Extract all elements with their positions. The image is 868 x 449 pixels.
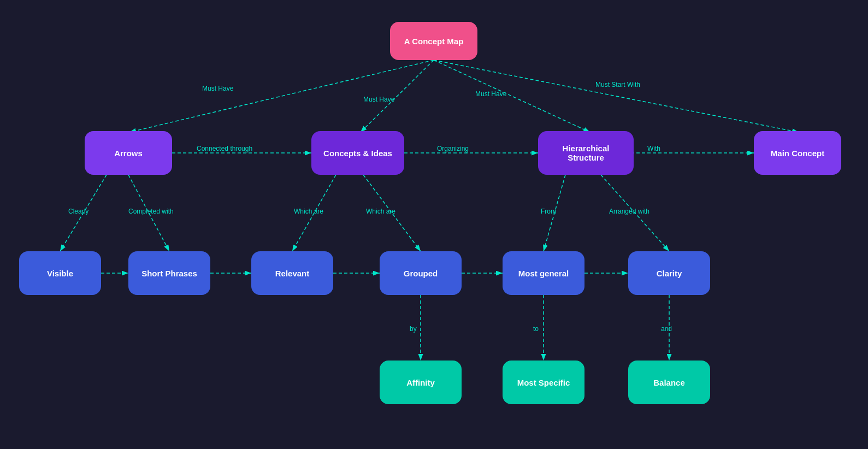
node-clarity[interactable]: Clarity <box>628 251 710 295</box>
node-most-general[interactable]: Most general <box>503 251 584 295</box>
node-arrows[interactable]: Arrows <box>85 131 172 175</box>
label-hierarchical-mostgeneral: From <box>541 208 556 215</box>
edge-root-hierarchical <box>434 60 590 132</box>
node-visible[interactable]: Visible <box>19 251 101 295</box>
concept-map-canvas: Must Have Must Have Must Have Must Start… <box>0 0 868 449</box>
label-concepts-hierarchical: Organizing <box>437 145 469 152</box>
node-main-concept[interactable]: Main Concept <box>754 131 841 175</box>
node-hierarchical[interactable]: Hierarchical Structure <box>538 131 634 175</box>
node-concepts[interactable]: Concepts & Ideas <box>311 131 404 175</box>
node-balance[interactable]: Balance <box>628 361 710 404</box>
label-arrows-short: Completed with <box>128 208 174 215</box>
node-relevant[interactable]: Relevant <box>251 251 333 295</box>
label-arrows-visible: Clearly <box>68 208 88 215</box>
label-arrows-concepts: Connected through <box>197 145 252 152</box>
node-short-phrases[interactable]: Short Phrases <box>128 251 210 295</box>
label-root-hierarchical: Must Have <box>475 90 506 98</box>
label-mostgeneral-mostspecific: to <box>533 325 539 333</box>
node-most-specific[interactable]: Most Specific <box>503 361 584 404</box>
label-clarity-balance: and <box>661 325 672 333</box>
node-root[interactable]: A Concept Map <box>390 22 477 60</box>
label-hierarchical-clarity: Arranged with <box>609 208 649 215</box>
node-grouped[interactable]: Grouped <box>380 251 462 295</box>
node-affinity[interactable]: Affinity <box>380 361 462 404</box>
label-root-main: Must Start With <box>595 81 640 88</box>
label-grouped-affinity: by <box>410 325 417 333</box>
label-concepts-grouped: Which are <box>366 208 395 215</box>
label-concepts-relevant: Which are <box>294 208 323 215</box>
label-root-concepts: Must Have <box>363 96 394 103</box>
label-root-arrows: Must Have <box>202 85 233 92</box>
label-hierarchical-main: With <box>647 145 660 152</box>
